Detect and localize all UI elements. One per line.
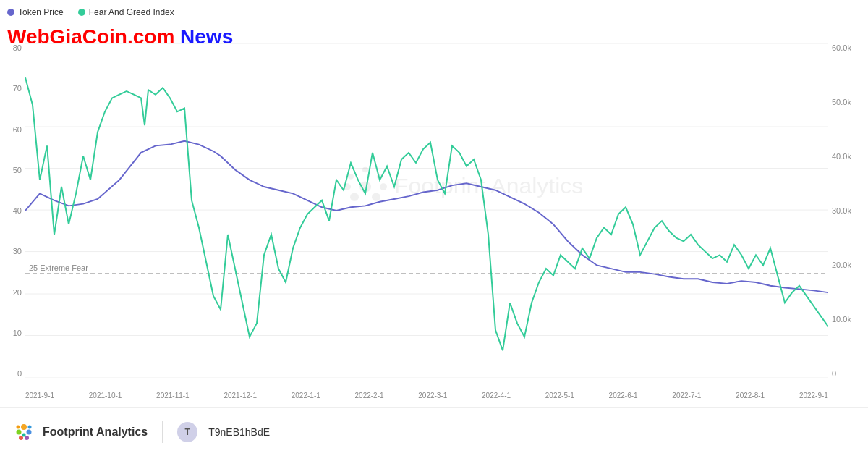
y-left-50: 50 (13, 166, 22, 174)
y-left-0: 0 (17, 369, 22, 378)
footprint-logo-icon (11, 419, 37, 445)
y-left-40: 40 (13, 206, 22, 215)
y-right-0: 0 (832, 369, 836, 378)
svg-point-13 (372, 193, 380, 200)
x-label-0: 2021-9-1 (25, 392, 54, 400)
y-left-70: 70 (13, 84, 22, 93)
x-label-5: 2022-2-1 (355, 392, 384, 400)
svg-point-16 (348, 174, 354, 180)
token-initial: T (185, 427, 190, 437)
y-right-60k: 60.0k (832, 43, 851, 52)
token-price-line (25, 141, 828, 292)
chart-svg: 25 Extreme Fear Footprint Analytics (25, 43, 828, 378)
svg-point-18 (362, 167, 368, 173)
watermark-text: WebGiaCoin.com News (7, 25, 233, 48)
token-id: T9nEB1hBdE (208, 426, 270, 438)
svg-point-21 (17, 429, 22, 434)
svg-text:Footprint Analytics: Footprint Analytics (394, 174, 583, 198)
x-label-8: 2022-5-1 (545, 392, 574, 400)
footer-brand-name: Footprint Analytics (43, 426, 148, 439)
x-label-3: 2021-12-1 (224, 392, 257, 400)
y-right-50k: 50.0k (832, 98, 851, 106)
svg-point-26 (17, 425, 20, 428)
x-label-10: 2022-7-1 (672, 392, 701, 400)
x-label-9: 2022-6-1 (609, 392, 638, 400)
watermark-part1: WebGiaCoin.com (7, 25, 174, 48)
fear-greed-line (25, 77, 828, 350)
svg-text:25 Extreme Fear: 25 Extreme Fear (29, 263, 88, 272)
y-right-10k: 10.0k (832, 315, 851, 324)
svg-point-23 (19, 436, 23, 440)
y-left-60: 60 (13, 125, 22, 134)
x-label-7: 2022-4-1 (482, 392, 511, 400)
y-right-40k: 40.0k (832, 152, 851, 161)
y-left-10: 10 (13, 329, 22, 337)
chart-container: Token Price Fear And Greed Index WebGiaC… (0, 0, 868, 456)
y-left-30: 30 (13, 247, 22, 256)
token-badge: T (177, 422, 197, 442)
svg-point-25 (22, 433, 26, 436)
svg-point-22 (27, 429, 32, 434)
footer-divider (162, 421, 163, 443)
x-label-6: 2022-3-1 (418, 392, 447, 400)
x-axis: 2021-9-1 2021-10-1 2021-11-1 2021-12-1 2… (25, 392, 828, 400)
x-label-1: 2021-10-1 (89, 392, 122, 400)
footer-logo: Footprint Analytics (11, 419, 148, 445)
watermark-part2: News (174, 25, 233, 48)
x-label-2: 2021-11-1 (156, 392, 190, 400)
x-label-11: 2022-8-1 (736, 392, 765, 400)
y-axis-right: 60.0k 50.0k 40.0k 30.0k 20.0k 10.0k 0 (828, 43, 868, 378)
y-axis-left: 80 70 60 50 40 30 20 10 0 (0, 43, 25, 378)
svg-point-24 (25, 436, 29, 440)
svg-point-15 (380, 183, 387, 190)
svg-point-20 (21, 424, 27, 430)
x-label-4: 2022-1-1 (292, 392, 320, 400)
bottom-bar: Footprint Analytics T T9nEB1hBdE (0, 407, 868, 456)
svg-point-12 (350, 193, 359, 200)
x-label-12: 2022-9-1 (799, 392, 828, 400)
y-right-20k: 20.0k (832, 261, 851, 269)
chart-area: 80 70 60 50 40 30 20 10 0 60.0k 50.0k 40… (0, 0, 868, 407)
y-right-30k: 30.0k (832, 206, 851, 215)
svg-point-27 (28, 425, 32, 428)
y-left-20: 20 (13, 288, 22, 297)
